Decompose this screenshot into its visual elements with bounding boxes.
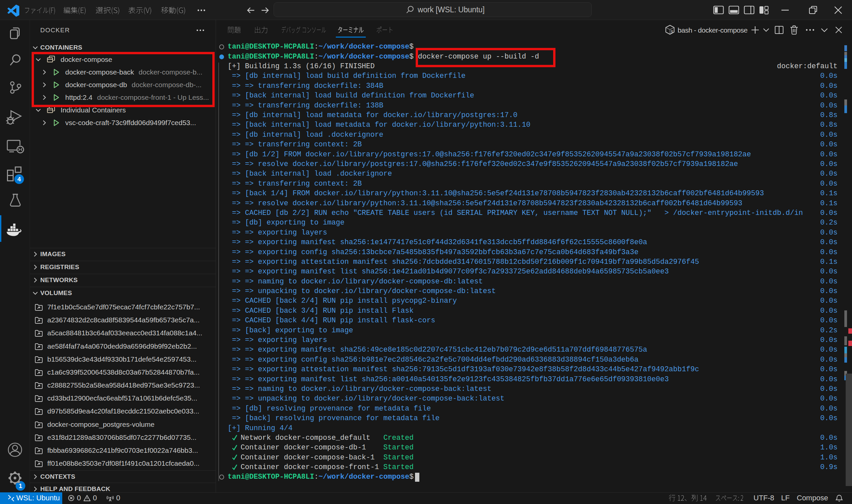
svg-text:$: $ <box>671 30 673 35</box>
